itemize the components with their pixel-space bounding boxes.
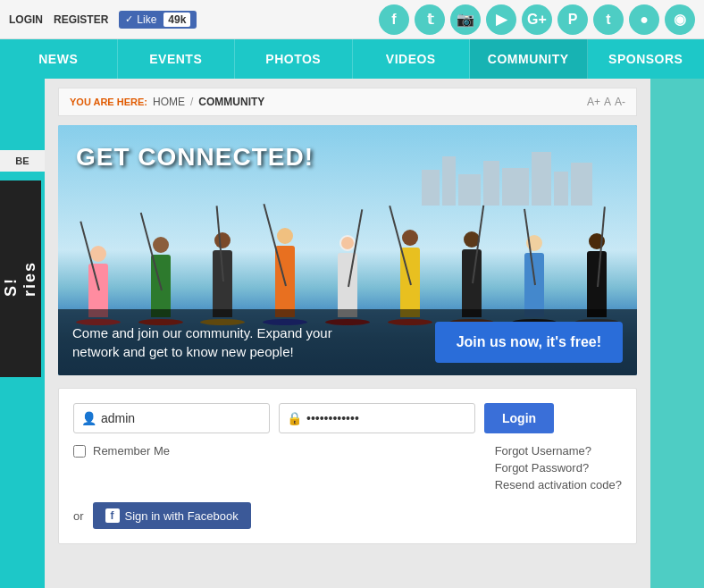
font-decrease[interactable]: A- [615, 96, 625, 108]
login-section: 👤 🔒 Login Remember Me Forgot Username? F… [58, 388, 637, 544]
tumblr-icon[interactable]: t [593, 4, 624, 35]
building [571, 163, 592, 206]
person-head [214, 232, 230, 248]
password-input[interactable] [279, 403, 475, 433]
flickr-icon[interactable]: ● [629, 4, 659, 35]
breadcrumb-current-page: COMMUNITY [198, 96, 264, 108]
instagram-icon[interactable]: 📷 [450, 4, 481, 35]
sidebar-ad-text: S!ries [2, 261, 39, 297]
top-bar-left: LOGIN REGISTER ✓ Like 49k [9, 11, 197, 29]
building [554, 172, 568, 206]
forgot-password-link[interactable]: Forgot Password? [495, 461, 622, 475]
twitter-icon[interactable]: 𝕥 [415, 4, 445, 35]
sidebar-be-button[interactable]: BE [0, 150, 45, 172]
user-icon: 👤 [81, 411, 96, 425]
building [458, 174, 481, 206]
hero-bottom-bar: Come and join our community. Expand your… [58, 309, 637, 375]
remember-label: Remember Me [93, 444, 170, 458]
you-are-here-label: YOU ARE HERE: [70, 97, 147, 107]
nav-videos[interactable]: VIDEOS [353, 39, 471, 79]
checkmark-icon: ✓ [125, 13, 133, 25]
building [483, 161, 499, 206]
remember-row: Remember Me [73, 444, 170, 458]
resend-activation-link[interactable]: Resend activation code? [495, 478, 622, 491]
rss-icon[interactable]: ◉ [665, 4, 695, 35]
left-sidebar: BE S!ries [0, 79, 45, 588]
facebook-icon[interactable]: f [379, 4, 409, 35]
person-body [213, 250, 232, 317]
remember-checkbox[interactable] [73, 445, 86, 458]
lock-icon: 🔒 [287, 411, 302, 425]
facebook-signin-label: Sign in with Facebook [125, 509, 239, 523]
sidebar-teal-block [0, 381, 41, 434]
social-icons-row: f 𝕥 📷 ▶ G+ P t ● ◉ [379, 4, 695, 35]
nav-photos[interactable]: PHOTOS [235, 39, 353, 79]
person-head [402, 230, 418, 246]
pinterest-icon[interactable]: P [557, 4, 588, 35]
right-sidebar [650, 79, 704, 588]
hero-title: GET CONNECTED! [76, 143, 314, 172]
facebook-icon-small: f [105, 508, 120, 523]
page-layout: BE S!ries YOU ARE HERE: HOME / COMMUNITY… [0, 79, 704, 588]
person-head [339, 235, 356, 251]
nav-news[interactable]: NEWS [0, 39, 118, 79]
login-button[interactable]: Login [484, 403, 554, 433]
navigation-bar: NEWS EVENTS PHOTOS VIDEOS COMMUNITY SPON… [0, 39, 704, 79]
building [422, 170, 440, 206]
font-size-controls: A+ A A- [587, 96, 625, 108]
hero-description: Come and join our community. Expand your… [72, 323, 375, 361]
facebook-signin-row: or f Sign in with Facebook [73, 502, 622, 529]
person-head [153, 237, 169, 253]
like-button[interactable]: ✓ Like 49k [119, 11, 197, 29]
youtube-icon[interactable]: ▶ [486, 4, 516, 35]
breadcrumb-separator: / [190, 96, 193, 108]
login-link[interactable]: LOGIN [9, 13, 43, 26]
person-head [277, 228, 293, 244]
forgot-username-link[interactable]: Forgot Username? [495, 444, 622, 458]
join-button[interactable]: Join us now, it's free! [435, 322, 623, 363]
sidebar-advertisement: S!ries [0, 181, 41, 377]
main-content: YOU ARE HERE: HOME / COMMUNITY A+ A A- [45, 79, 650, 588]
or-label: or [73, 509, 84, 523]
like-count: 49k [163, 13, 190, 27]
font-normal[interactable]: A [604, 96, 611, 108]
nav-events[interactable]: EVENTS [118, 39, 236, 79]
nav-community[interactable]: COMMUNITY [470, 39, 588, 79]
building [442, 156, 456, 206]
googleplus-icon[interactable]: G+ [522, 4, 552, 35]
login-row: 👤 🔒 Login [73, 403, 622, 433]
nav-sponsors[interactable]: SPONSORS [588, 39, 705, 79]
password-wrapper: 🔒 [279, 403, 475, 433]
city-silhouette [422, 152, 592, 206]
hero-banner: GET CONNECTED! Come and join our communi… [58, 125, 637, 375]
username-wrapper: 👤 [73, 403, 270, 433]
username-input[interactable] [73, 403, 270, 433]
breadcrumb: YOU ARE HERE: HOME / COMMUNITY A+ A A- [58, 88, 637, 116]
top-bar: LOGIN REGISTER ✓ Like 49k f 𝕥 📷 ▶ G+ P t… [0, 0, 704, 39]
forgot-links: Forgot Username? Forgot Password? Resend… [495, 444, 622, 491]
building [532, 152, 551, 206]
facebook-signin-button[interactable]: f Sign in with Facebook [93, 502, 251, 529]
like-label: Like [137, 13, 156, 26]
breadcrumb-home[interactable]: HOME [153, 96, 185, 108]
building [502, 168, 529, 206]
register-link[interactable]: REGISTER [54, 13, 108, 26]
person-head [90, 246, 106, 262]
font-increase[interactable]: A+ [587, 96, 600, 108]
breadcrumb-left: YOU ARE HERE: HOME / COMMUNITY [70, 96, 264, 108]
login-bottom-row: Remember Me Forgot Username? Forgot Pass… [73, 444, 622, 491]
